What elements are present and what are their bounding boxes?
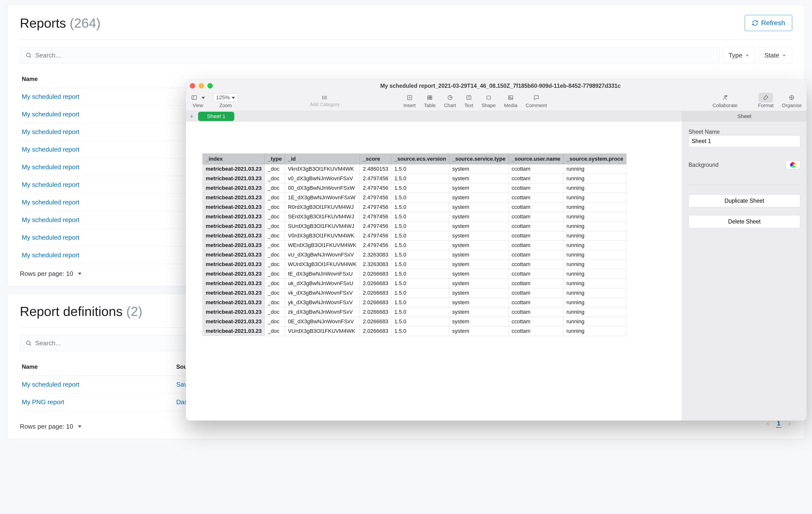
data-cell[interactable]: ccottam <box>509 174 563 183</box>
data-cell[interactable]: _doc <box>265 288 285 298</box>
toolbar-text[interactable]: T Text <box>464 93 473 108</box>
data-cell[interactable]: running <box>563 164 626 174</box>
data-cell[interactable]: system <box>449 279 509 288</box>
data-cell[interactable]: system <box>449 288 509 298</box>
data-cell[interactable]: running <box>563 174 626 183</box>
data-col-header[interactable]: _type <box>265 154 285 164</box>
data-cell[interactable]: 1.5.0 <box>391 269 449 279</box>
toolbar-media[interactable]: Media <box>504 93 517 108</box>
data-cell[interactable]: vU_dX3gBwNJnWovnFSxV <box>285 250 360 260</box>
data-cell[interactable]: _doc <box>265 164 285 174</box>
data-row[interactable]: metricbeat-2021.03.23_doc0E_dX3gBwNJnWov… <box>203 317 626 327</box>
data-cell[interactable]: 1.5.0 <box>391 288 449 298</box>
data-cell[interactable]: _doc <box>265 241 285 250</box>
data-cell[interactable]: ccottam <box>509 327 563 336</box>
data-cell[interactable]: 1.5.0 <box>391 327 449 336</box>
data-cell[interactable]: system <box>449 231 509 241</box>
data-cell[interactable]: _doc <box>265 317 285 327</box>
report-link[interactable]: My scheduled report <box>22 199 80 206</box>
fullscreen-window-button[interactable] <box>207 83 213 89</box>
data-cell[interactable]: 1.5.0 <box>391 203 449 212</box>
toolbar-chart[interactable]: Chart <box>444 93 456 108</box>
data-cell[interactable]: 2.0266683 <box>360 279 391 288</box>
data-cell[interactable]: system <box>449 174 509 183</box>
data-cell[interactable]: yk_dX3gBwNJnWovnFSxV <box>285 298 360 307</box>
minimize-window-button[interactable] <box>199 83 204 89</box>
delete-sheet-button[interactable]: Delete Sheet <box>689 215 800 228</box>
data-col-header[interactable]: _id <box>285 154 360 164</box>
data-cell[interactable]: SErdX3gB3Ol1FKUVM4WJ <box>285 212 360 221</box>
data-cell[interactable]: _doc <box>265 193 285 203</box>
data-cell[interactable]: VkrdX3gB3Ol1FKUVM4WK <box>285 164 360 174</box>
report-link[interactable]: My scheduled report <box>22 146 80 153</box>
data-cell[interactable]: metricbeat-2021.03.23 <box>203 260 265 269</box>
data-cell[interactable]: _doc <box>265 221 285 231</box>
toolbar-table[interactable]: Table <box>424 93 436 108</box>
data-cell[interactable]: 1E_dX3gBwNJnWovnFSxW <box>285 193 360 203</box>
data-cell[interactable]: _doc <box>265 327 285 336</box>
toolbar-comment[interactable]: Comment <box>526 93 547 108</box>
data-cell[interactable]: metricbeat-2021.03.23 <box>203 203 265 212</box>
data-cell[interactable]: v0_dX3gBwNJnWovnFSxV <box>285 174 360 183</box>
sheet-tab[interactable]: Sheet 1 <box>198 112 234 121</box>
data-cell[interactable]: system <box>449 183 509 193</box>
data-cell[interactable]: ccottam <box>509 279 563 288</box>
data-cell[interactable]: metricbeat-2021.03.23 <box>203 307 265 317</box>
data-cell[interactable]: _doc <box>265 307 285 317</box>
filter-type[interactable]: Type <box>723 47 755 63</box>
data-col-header[interactable]: _source.ecs.version <box>391 154 449 164</box>
data-cell[interactable]: system <box>449 260 509 269</box>
data-cell[interactable]: system <box>449 250 509 260</box>
data-cell[interactable]: running <box>563 212 626 221</box>
data-cell[interactable]: 1.5.0 <box>391 241 449 250</box>
data-cell[interactable]: _doc <box>265 174 285 183</box>
data-cell[interactable]: R0rdX3gB3Ol1FKUVM4WJ <box>285 203 360 212</box>
page-number[interactable]: 1 <box>776 420 781 428</box>
definitions-rows-per-page[interactable]: Rows per page: 10 <box>20 423 82 430</box>
close-window-button[interactable] <box>190 83 195 89</box>
data-cell[interactable]: _doc <box>265 279 285 288</box>
report-link[interactable]: My scheduled report <box>22 163 80 171</box>
data-cell[interactable]: metricbeat-2021.03.23 <box>203 193 265 203</box>
definition-name-link[interactable]: My scheduled report <box>22 381 80 388</box>
data-cell[interactable]: 0E_dX3gBwNJnWovnFSxV <box>285 317 360 327</box>
data-row[interactable]: metricbeat-2021.03.23_docWUrdX3gB3Ol1FKU… <box>203 260 626 269</box>
data-cell[interactable]: system <box>449 298 509 307</box>
data-row[interactable]: metricbeat-2021.03.23_docV0rdX3gB3Ol1FKU… <box>203 231 626 241</box>
duplicate-sheet-button[interactable]: Duplicate Sheet <box>689 194 800 207</box>
data-row[interactable]: metricbeat-2021.03.23_docSUrdX3gB3Ol1FKU… <box>203 221 626 231</box>
data-cell[interactable]: system <box>449 193 509 203</box>
data-row[interactable]: metricbeat-2021.03.23_doc00_dX3gBwNJnWov… <box>203 183 626 193</box>
data-cell[interactable]: 2.3263083 <box>360 250 391 260</box>
data-cell[interactable]: 2.0266683 <box>360 327 391 336</box>
data-cell[interactable]: 1.5.0 <box>391 317 449 327</box>
data-cell[interactable]: 1.5.0 <box>391 307 449 317</box>
data-cell[interactable]: ccottam <box>509 298 563 307</box>
refresh-button[interactable]: Refresh <box>745 15 792 31</box>
data-cell[interactable]: running <box>563 317 626 327</box>
toolbar-organise[interactable]: Organise <box>782 93 802 108</box>
data-cell[interactable]: metricbeat-2021.03.23 <box>203 317 265 327</box>
background-color-picker[interactable] <box>786 160 800 169</box>
data-cell[interactable]: running <box>563 279 626 288</box>
data-row[interactable]: metricbeat-2021.03.23_doctE_dX3gBwNJnWov… <box>203 269 626 279</box>
data-table[interactable]: _index_type_id_score_source.ecs.version_… <box>203 154 626 336</box>
report-link[interactable]: My scheduled report <box>22 128 80 135</box>
data-row[interactable]: metricbeat-2021.03.23_docv0_dX3gBwNJnWov… <box>203 174 626 183</box>
data-col-header[interactable]: _score <box>360 154 391 164</box>
reports-search[interactable] <box>20 47 720 63</box>
data-cell[interactable]: _doc <box>265 269 285 279</box>
data-cell[interactable]: 2.3263083 <box>360 260 391 269</box>
inspector-tab-sheet[interactable]: Sheet <box>682 111 807 122</box>
data-cell[interactable]: metricbeat-2021.03.23 <box>203 279 265 288</box>
data-cell[interactable]: running <box>563 307 626 317</box>
data-cell[interactable]: ccottam <box>509 288 563 298</box>
data-cell[interactable]: 2.0266683 <box>360 298 391 307</box>
data-cell[interactable]: _doc <box>265 183 285 193</box>
data-cell[interactable]: ccottam <box>509 203 563 212</box>
data-row[interactable]: metricbeat-2021.03.23_docuk_dX3gBwNJnWov… <box>203 279 626 288</box>
data-cell[interactable]: ccottam <box>509 250 563 260</box>
data-cell[interactable]: 1.5.0 <box>391 212 449 221</box>
definition-name-link[interactable]: My PNG report <box>22 398 64 406</box>
data-cell[interactable]: metricbeat-2021.03.23 <box>203 231 265 241</box>
